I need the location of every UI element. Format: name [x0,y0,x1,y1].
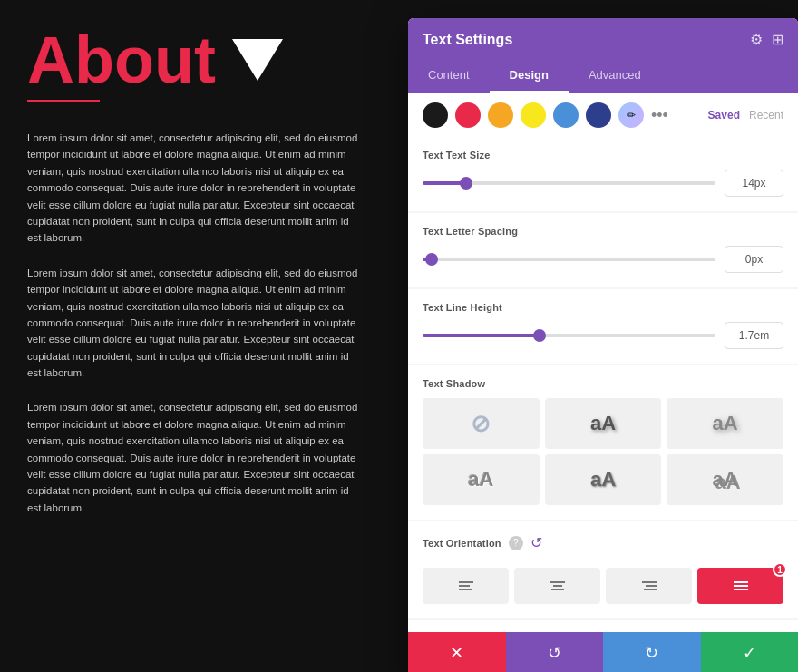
redo-button[interactable]: ↻ [603,632,701,672]
color-swatch-black[interactable] [423,102,448,128]
color-pencil-icon[interactable]: ✏ [618,102,644,128]
orientation-reset-icon[interactable]: ↺ [530,534,542,551]
panel-layout-icon[interactable]: ⊞ [772,31,783,48]
letter-spacing-value[interactable]: 0px [725,246,783,273]
shadow-option-lifted[interactable]: aA [667,398,783,449]
line-height-thumb[interactable] [533,329,546,342]
letter-spacing-label: Text Letter Spacing [423,226,783,237]
shadow-grid: ⊘ aA aA aA aA aA [423,398,783,505]
shadow-option-raised[interactable]: aA [545,398,662,449]
orientation-justify[interactable]: 1 [697,568,783,604]
orientation-header-row: Text Orientation ? ↺ [423,534,783,551]
line-height-label: Text Line Height [423,302,783,313]
shadow-option-inset[interactable]: aA [423,454,540,505]
saved-recent-row: Saved Recent [708,109,783,122]
text-shadow-label: Text Shadow [423,378,783,389]
recent-label[interactable]: Recent [749,109,783,122]
panel-header: Text Settings ⚙ ⊞ [408,18,798,59]
tab-content[interactable]: Content [408,59,490,93]
color-swatch-orange[interactable] [488,102,513,128]
about-title-text: About [27,27,216,93]
text-shadow-section: Text Shadow ⊘ aA aA aA aA aA [408,365,798,520]
panel-header-icons: ⚙ ⊞ [750,31,783,59]
text-settings-panel: Text Settings ⚙ ⊞ Content Design Advance… [408,18,798,672]
line-height-slider-row: 1.7em [423,322,783,349]
orientation-label: Text Orientation [423,538,501,549]
panel-body: ✏ ••• Saved Recent Text Text Size 14px T… [408,93,798,672]
cancel-icon: ✕ [450,643,463,663]
text-size-track[interactable] [423,181,715,185]
confirm-icon: ✓ [743,643,756,663]
text-size-section: Text Text Size 14px [408,137,798,211]
color-swatch-blue[interactable] [553,102,579,128]
orientation-right[interactable] [606,568,692,604]
color-row: ✏ ••• Saved Recent [408,93,798,137]
shadow-option-emboss[interactable]: aA [545,454,662,505]
tab-advanced[interactable]: Advanced [569,59,661,93]
cancel-button[interactable]: ✕ [408,632,506,672]
text-size-value[interactable]: 14px [725,170,783,197]
letter-spacing-track[interactable] [423,258,715,261]
text-orientation-section: Text Orientation ? ↺ 1 [408,521,798,618]
text-size-slider-row: 14px [423,170,783,197]
orientation-help-icon[interactable]: ? [509,536,523,550]
about-title: About [27,27,358,93]
redo-icon: ↻ [645,643,658,663]
panel-tabs: Content Design Advanced [408,59,798,93]
orientation-badge: 1 [773,562,787,577]
shadow-option-heavy[interactable]: aA [667,454,783,505]
letter-spacing-slider-row: 0px [423,246,783,273]
orientation-options: 1 [423,568,783,604]
saved-label[interactable]: Saved [708,109,740,122]
paragraph-3: Lorem ipsum dolor sit amet, consectetur … [27,399,358,516]
letter-spacing-thumb[interactable] [425,253,438,266]
line-height-section: Text Line Height 1.7em [408,289,798,364]
text-size-label: Text Text Size [423,150,783,161]
paragraph-2: Lorem ipsum dolor sit amet, consectetur … [27,265,358,382]
color-swatch-darkblue[interactable] [586,102,611,128]
undo-button[interactable]: ↺ [506,632,604,672]
panel-settings-icon[interactable]: ⚙ [750,31,763,48]
line-height-fill [423,334,540,337]
color-more-icon[interactable]: ••• [651,106,668,125]
color-swatch-red[interactable] [455,102,481,128]
shadow-option-none[interactable]: ⊘ [423,398,540,449]
letter-spacing-section: Text Letter Spacing 0px [408,213,798,287]
line-height-track[interactable] [423,334,715,337]
tab-design[interactable]: Design [490,59,569,93]
title-underline [27,100,100,102]
orientation-center[interactable] [514,568,600,604]
orientation-left[interactable] [423,568,509,604]
confirm-button[interactable]: ✓ [701,632,799,672]
text-size-thumb[interactable] [460,177,472,190]
line-height-value[interactable]: 1.7em [725,322,783,349]
panel-footer: ✕ ↺ ↻ ✓ [408,632,798,672]
triangle-icon [232,39,283,81]
paragraph-1: Lorem ipsum dolor sit amet, consectetur … [27,130,358,247]
left-content-area: About Lorem ipsum dolor sit amet, consec… [0,0,376,672]
panel-title: Text Settings [423,32,512,59]
color-swatch-yellow[interactable] [521,102,546,128]
undo-icon: ↺ [548,643,561,663]
